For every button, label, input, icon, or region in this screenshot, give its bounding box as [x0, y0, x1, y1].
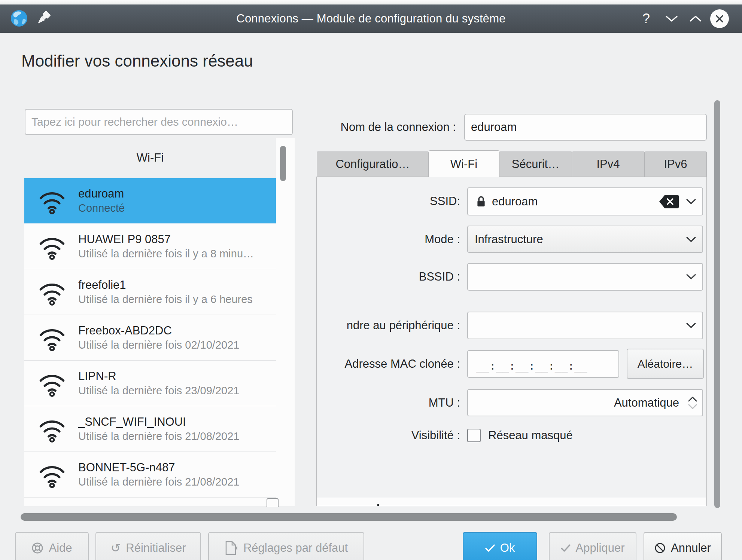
list-item-subtitle: Utilisé la dernière fois il y a 8 minu… — [78, 248, 254, 260]
list-item-subtitle: Utilisé la dernière fois 21/08/2021 — [78, 430, 239, 442]
chevron-down-icon — [686, 322, 696, 329]
list-item-subtitle: Utilisé la dernière fois il y a 6 heures — [78, 293, 253, 305]
list-item-subtitle: Utilisé la dernière fois 21/08/2021 — [78, 476, 239, 488]
list-scrollbar[interactable] — [280, 146, 286, 181]
ssid-label: SSID: — [318, 187, 460, 215]
apply-button[interactable]: Appliquer — [549, 532, 636, 560]
ssid-value: eduroam — [492, 195, 538, 208]
hidden-network-checkbox[interactable] — [467, 429, 481, 442]
cloned-mac-label: Adresse MAC clonée : — [318, 350, 460, 378]
chevron-down-icon — [686, 236, 696, 242]
device-combobox[interactable] — [467, 312, 703, 339]
list-item[interactable]: freefolie1Utilisé la dernière fois il y … — [24, 269, 276, 315]
list-item-subtitle: Connecté — [78, 202, 125, 214]
titlebar[interactable]: Connexions — Module de configuration du … — [0, 4, 742, 33]
connection-name-input[interactable] — [464, 114, 707, 141]
help-button[interactable]: Aide — [15, 532, 89, 560]
help-lifering-icon — [31, 542, 43, 554]
wifi-icon — [36, 461, 68, 488]
spinbox-arrows[interactable] — [688, 390, 697, 416]
list-section-wifi: Wi-Fi — [24, 138, 276, 178]
tab-scurit[interactable]: Sécurit… — [499, 152, 572, 177]
close-icon — [710, 9, 729, 28]
chevron-down-icon[interactable] — [686, 198, 696, 205]
list-item[interactable]: LIPN-RUtilisé la dernière fois 23/09/202… — [24, 361, 276, 406]
wifi-icon — [36, 416, 68, 443]
spin-down-icon[interactable] — [688, 404, 697, 409]
device-label: ndre au périphérique : — [317, 312, 460, 339]
reset-button[interactable]: ↺ Réinitialiser — [95, 532, 201, 560]
connection-name-label: Nom de la connexion : — [247, 114, 456, 141]
window-title: Connexions — Module de configuration du … — [0, 12, 742, 25]
mtu-spinbox[interactable]: Automatique — [467, 389, 703, 416]
clipped-text-dot — [377, 504, 379, 506]
ok-button-label: Ok — [500, 541, 515, 555]
mtu-label: MTU : — [318, 389, 460, 417]
wifi-icon — [36, 324, 68, 351]
tab-ipv6[interactable]: IPv6 — [645, 152, 707, 177]
list-item[interactable]: BONNET-5G-n487Utilisé la dernière fois 2… — [24, 452, 276, 498]
tab-ipv4[interactable]: IPv4 — [572, 152, 645, 177]
list-item-title: _SNCF_WIFI_INOUI — [78, 416, 239, 429]
bssid-combobox[interactable] — [467, 263, 703, 291]
mode-label: Mode : — [318, 226, 460, 253]
help-button-label: Aide — [49, 541, 72, 555]
wifi-icon — [36, 370, 68, 397]
undo-icon: ↺ — [110, 542, 121, 554]
spin-up-icon[interactable] — [688, 397, 697, 402]
mode-value: Infrastructure — [475, 233, 543, 246]
list-item-subtitle: Utilisé la dernière fois 02/10/2021 — [78, 339, 239, 351]
cancel-button[interactable]: Annuler — [644, 532, 722, 560]
list-item-title: Freebox-ABD2DC — [78, 324, 239, 337]
help-titlebar-button[interactable]: ? — [636, 4, 657, 33]
bssid-label: BSSID : — [318, 263, 460, 291]
cloned-mac-input[interactable]: __:__:__:__:__:__ — [467, 350, 619, 378]
connections-settings-window: Connexions — Module de configuration du … — [0, 0, 742, 560]
cancel-button-label: Annuler — [671, 541, 711, 555]
minimize-button[interactable] — [661, 4, 682, 33]
maximize-button[interactable] — [685, 4, 706, 33]
chevron-down-icon — [686, 274, 696, 280]
list-item[interactable]: Freebox-ABD2DCUtilisé la dernière fois 0… — [24, 315, 276, 361]
page-title: Modifier vos connexions réseau — [21, 52, 253, 70]
defaults-button[interactable]: Réglages par défaut — [208, 532, 364, 560]
list-item-title: HUAWEI P9 0857 — [78, 233, 254, 246]
mode-dropdown[interactable]: Infrastructure — [467, 226, 703, 253]
wifi-icon — [36, 279, 68, 306]
mac-mask-value: __:__:__:__:__:__ — [476, 356, 587, 372]
mtu-value: Automatique — [614, 396, 679, 410]
tabbar: Configuratio…Wi-FiSécurit…IPv4IPv6 — [317, 152, 707, 177]
panel-bottom-strip — [317, 498, 706, 506]
wifi-list-rows: eduroamConnecté HUAWEI P9 0857Utilisé la… — [24, 178, 276, 498]
list-item-subtitle: Utilisé la dernière fois 23/09/2021 — [78, 385, 239, 397]
panel-scrollbar[interactable] — [714, 100, 720, 508]
horizontal-scrollbar[interactable] — [21, 513, 677, 521]
wifi-icon — [36, 187, 68, 214]
list-item[interactable]: HUAWEI P9 0857Utilisé la dernière fois i… — [24, 224, 276, 269]
ok-button[interactable]: Ok — [463, 532, 537, 560]
partial-checkbox[interactable] — [267, 498, 279, 507]
tab-wifi[interactable]: Wi-Fi — [429, 150, 499, 177]
list-item-title: eduroam — [78, 187, 125, 201]
reset-button-label: Réinitialiser — [126, 541, 186, 555]
visibility-label: Visibilité : — [318, 422, 460, 449]
connection-list: Wi-Fi eduroamConnecté HUAWEI P9 0857Util… — [24, 138, 295, 506]
random-mac-button[interactable]: Aléatoire… — [627, 349, 704, 379]
list-item[interactable]: _SNCF_WIFI_INOUIUtilisé la dernière fois… — [24, 406, 276, 452]
list-item[interactable]: eduroamConnecté — [24, 178, 276, 224]
check-icon — [485, 544, 495, 552]
hidden-network-label: Réseau masqué — [488, 422, 573, 449]
close-button[interactable] — [709, 4, 730, 33]
ssid-combobox[interactable]: eduroam — [467, 187, 703, 215]
apply-button-label: Appliquer — [576, 541, 625, 555]
list-item-title: BONNET-5G-n487 — [78, 461, 239, 474]
clear-text-icon[interactable] — [659, 195, 679, 209]
cancel-icon — [654, 542, 666, 554]
list-item-title: freefolie1 — [78, 279, 253, 292]
wifi-icon — [36, 233, 68, 260]
lock-icon — [476, 196, 486, 208]
check-icon — [561, 544, 571, 552]
document-revert-icon — [225, 541, 238, 555]
tab-configuratio[interactable]: Configuratio… — [317, 152, 429, 177]
defaults-button-label: Réglages par défaut — [243, 541, 348, 555]
